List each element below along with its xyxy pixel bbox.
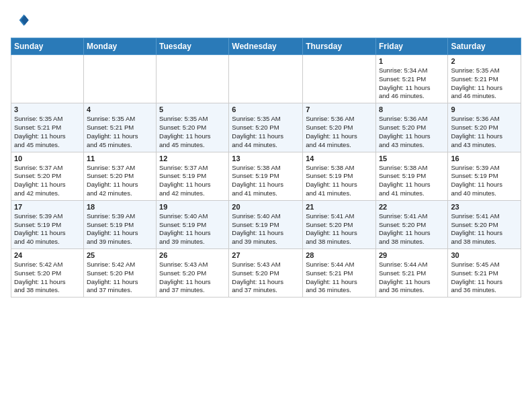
- calendar-cell: 9Sunrise: 5:36 AM Sunset: 5:20 PM Daylig…: [448, 103, 521, 152]
- day-info: Sunrise: 5:41 AM Sunset: 5:20 PM Dayligh…: [451, 212, 518, 246]
- week-row-5: 24Sunrise: 5:42 AM Sunset: 5:20 PM Dayli…: [11, 249, 521, 298]
- day-info: Sunrise: 5:37 AM Sunset: 5:19 PM Dayligh…: [159, 164, 226, 198]
- day-info: Sunrise: 5:39 AM Sunset: 5:19 PM Dayligh…: [451, 164, 518, 198]
- day-info: Sunrise: 5:44 AM Sunset: 5:21 PM Dayligh…: [379, 261, 445, 295]
- weekday-header-saturday: Saturday: [448, 38, 521, 55]
- day-number: 21: [306, 203, 373, 211]
- day-info: Sunrise: 5:35 AM Sunset: 5:21 PM Dayligh…: [14, 115, 81, 149]
- day-number: 14: [306, 154, 373, 163]
- calendar-cell: 1Sunrise: 5:34 AM Sunset: 5:21 PM Daylig…: [375, 55, 447, 103]
- day-number: 13: [232, 154, 300, 163]
- calendar-cell: 30Sunrise: 5:45 AM Sunset: 5:21 PM Dayli…: [448, 249, 521, 298]
- day-info: Sunrise: 5:42 AM Sunset: 5:20 PM Dayligh…: [14, 261, 81, 295]
- calendar-cell: 18Sunrise: 5:39 AM Sunset: 5:19 PM Dayli…: [83, 200, 156, 248]
- day-info: Sunrise: 5:35 AM Sunset: 5:21 PM Dayligh…: [451, 66, 518, 101]
- weekday-header-sunday: Sunday: [11, 38, 84, 55]
- day-number: 8: [379, 105, 445, 113]
- calendar-cell: 7Sunrise: 5:36 AM Sunset: 5:20 PM Daylig…: [303, 103, 376, 152]
- day-info: Sunrise: 5:35 AM Sunset: 5:21 PM Dayligh…: [87, 115, 153, 149]
- day-info: Sunrise: 5:34 AM Sunset: 5:21 PM Dayligh…: [379, 66, 445, 101]
- day-info: Sunrise: 5:41 AM Sunset: 5:20 PM Dayligh…: [379, 212, 445, 246]
- calendar-cell: 25Sunrise: 5:42 AM Sunset: 5:20 PM Dayli…: [83, 249, 156, 298]
- day-info: Sunrise: 5:40 AM Sunset: 5:19 PM Dayligh…: [159, 212, 226, 246]
- calendar-cell: 29Sunrise: 5:44 AM Sunset: 5:21 PM Dayli…: [375, 249, 447, 298]
- calendar-cell: 27Sunrise: 5:43 AM Sunset: 5:20 PM Dayli…: [229, 249, 303, 298]
- calendar-cell: 23Sunrise: 5:41 AM Sunset: 5:20 PM Dayli…: [448, 200, 521, 248]
- calendar-cell: 2Sunrise: 5:35 AM Sunset: 5:21 PM Daylig…: [448, 55, 521, 103]
- day-info: Sunrise: 5:35 AM Sunset: 5:20 PM Dayligh…: [159, 115, 226, 149]
- calendar-cell: 15Sunrise: 5:38 AM Sunset: 5:19 PM Dayli…: [375, 152, 447, 200]
- day-number: 16: [451, 154, 518, 163]
- calendar-cell: 12Sunrise: 5:37 AM Sunset: 5:19 PM Dayli…: [157, 152, 229, 200]
- day-number: 18: [87, 203, 153, 211]
- day-number: 23: [451, 203, 518, 211]
- calendar-cell: 11Sunrise: 5:37 AM Sunset: 5:20 PM Dayli…: [83, 152, 156, 200]
- day-info: Sunrise: 5:43 AM Sunset: 5:20 PM Dayligh…: [159, 261, 226, 295]
- week-row-1: 1Sunrise: 5:34 AM Sunset: 5:21 PM Daylig…: [11, 55, 521, 103]
- day-info: Sunrise: 5:45 AM Sunset: 5:21 PM Dayligh…: [451, 261, 518, 295]
- day-number: 4: [87, 105, 153, 113]
- day-number: 3: [14, 105, 81, 113]
- logo-icon: [11, 11, 30, 30]
- day-number: 28: [306, 251, 373, 259]
- day-number: 27: [232, 251, 300, 259]
- day-info: Sunrise: 5:37 AM Sunset: 5:20 PM Dayligh…: [14, 164, 81, 198]
- calendar-cell: 3Sunrise: 5:35 AM Sunset: 5:21 PM Daylig…: [11, 103, 84, 152]
- day-number: 9: [451, 105, 518, 113]
- day-number: 20: [232, 203, 300, 211]
- calendar-cell: [303, 55, 376, 103]
- day-info: Sunrise: 5:43 AM Sunset: 5:20 PM Dayligh…: [232, 261, 300, 295]
- weekday-header-friday: Friday: [375, 38, 447, 55]
- day-info: Sunrise: 5:35 AM Sunset: 5:20 PM Dayligh…: [232, 115, 300, 149]
- day-number: 15: [379, 154, 445, 163]
- day-info: Sunrise: 5:36 AM Sunset: 5:20 PM Dayligh…: [306, 115, 373, 149]
- calendar-table: SundayMondayTuesdayWednesdayThursdayFrid…: [11, 38, 521, 298]
- day-number: 11: [87, 154, 153, 163]
- calendar-cell: 19Sunrise: 5:40 AM Sunset: 5:19 PM Dayli…: [157, 200, 229, 248]
- calendar-cell: 28Sunrise: 5:44 AM Sunset: 5:21 PM Dayli…: [303, 249, 376, 298]
- calendar-cell: 17Sunrise: 5:39 AM Sunset: 5:19 PM Dayli…: [11, 200, 84, 248]
- calendar-cell: 13Sunrise: 5:38 AM Sunset: 5:19 PM Dayli…: [229, 152, 303, 200]
- calendar-cell: 4Sunrise: 5:35 AM Sunset: 5:21 PM Daylig…: [83, 103, 156, 152]
- calendar-cell: [83, 55, 156, 103]
- day-number: 30: [451, 251, 518, 259]
- weekday-header-thursday: Thursday: [303, 38, 376, 55]
- calendar-cell: 14Sunrise: 5:38 AM Sunset: 5:19 PM Dayli…: [303, 152, 376, 200]
- weekday-header-wednesday: Wednesday: [229, 38, 303, 55]
- day-number: 2: [451, 57, 518, 65]
- calendar-cell: 10Sunrise: 5:37 AM Sunset: 5:20 PM Dayli…: [11, 152, 84, 200]
- day-number: 29: [379, 251, 445, 259]
- weekday-header-monday: Monday: [83, 38, 156, 55]
- day-number: 25: [87, 251, 153, 259]
- day-number: 5: [159, 105, 226, 113]
- day-number: 26: [159, 251, 226, 259]
- day-info: Sunrise: 5:44 AM Sunset: 5:21 PM Dayligh…: [306, 261, 373, 295]
- day-info: Sunrise: 5:38 AM Sunset: 5:19 PM Dayligh…: [232, 164, 300, 198]
- calendar-cell: 8Sunrise: 5:36 AM Sunset: 5:20 PM Daylig…: [375, 103, 447, 152]
- day-info: Sunrise: 5:37 AM Sunset: 5:20 PM Dayligh…: [87, 164, 153, 198]
- calendar-cell: 24Sunrise: 5:42 AM Sunset: 5:20 PM Dayli…: [11, 249, 84, 298]
- day-info: Sunrise: 5:41 AM Sunset: 5:20 PM Dayligh…: [306, 212, 373, 246]
- day-info: Sunrise: 5:38 AM Sunset: 5:19 PM Dayligh…: [379, 164, 445, 198]
- calendar-cell: 16Sunrise: 5:39 AM Sunset: 5:19 PM Dayli…: [448, 152, 521, 200]
- calendar-cell: [11, 55, 84, 103]
- page-header: [11, 11, 521, 30]
- day-info: Sunrise: 5:39 AM Sunset: 5:19 PM Dayligh…: [14, 212, 81, 246]
- week-row-3: 10Sunrise: 5:37 AM Sunset: 5:20 PM Dayli…: [11, 152, 521, 200]
- calendar-cell: [229, 55, 303, 103]
- day-info: Sunrise: 5:36 AM Sunset: 5:20 PM Dayligh…: [379, 115, 445, 149]
- calendar-cell: 26Sunrise: 5:43 AM Sunset: 5:20 PM Dayli…: [157, 249, 229, 298]
- day-number: 19: [159, 203, 226, 211]
- day-info: Sunrise: 5:36 AM Sunset: 5:20 PM Dayligh…: [451, 115, 518, 149]
- day-number: 1: [379, 57, 445, 65]
- day-number: 17: [14, 203, 81, 211]
- day-number: 6: [232, 105, 300, 113]
- day-info: Sunrise: 5:42 AM Sunset: 5:20 PM Dayligh…: [87, 261, 153, 295]
- calendar-cell: 22Sunrise: 5:41 AM Sunset: 5:20 PM Dayli…: [375, 200, 447, 248]
- weekday-header-row: SundayMondayTuesdayWednesdayThursdayFrid…: [11, 38, 521, 55]
- day-number: 22: [379, 203, 445, 211]
- day-number: 12: [159, 154, 226, 163]
- calendar-cell: 21Sunrise: 5:41 AM Sunset: 5:20 PM Dayli…: [303, 200, 376, 248]
- calendar-cell: 6Sunrise: 5:35 AM Sunset: 5:20 PM Daylig…: [229, 103, 303, 152]
- day-number: 7: [306, 105, 373, 113]
